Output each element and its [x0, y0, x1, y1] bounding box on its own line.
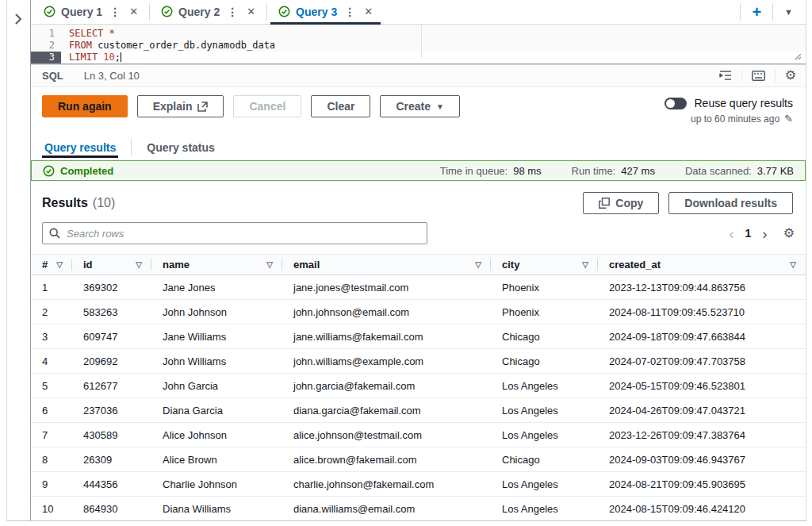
close-tab-icon[interactable]: ✕	[247, 6, 255, 17]
code-token: SELECT *	[69, 28, 115, 39]
athena-query-editor: Query 1⋮✕Query 2⋮✕Query 3⋮✕ + ▼ 1SELECT …	[0, 0, 812, 526]
query-stat: Data scanned:3.77 KB	[685, 165, 794, 177]
table-cell: 2023-12-26T09:09:47.383764	[598, 423, 806, 447]
code-text: LIMIT 10;	[61, 52, 121, 63]
divider	[740, 3, 741, 21]
close-tab-icon[interactable]: ✕	[129, 6, 138, 17]
code-text: FROM customer_order_db.dynamodb_data	[61, 40, 275, 52]
table-cell: 430589	[72, 423, 151, 447]
table-cell: 10	[31, 497, 72, 521]
column-header-id[interactable]: id▽	[72, 255, 151, 275]
clear-button[interactable]: Clear	[311, 95, 370, 117]
download-results-button[interactable]: Download results	[668, 192, 793, 214]
caret-down-icon: ▼	[436, 102, 444, 111]
query-stat: Run time:427 ms	[572, 165, 655, 177]
column-header-row-number[interactable]: #▽	[31, 255, 72, 275]
editor-line[interactable]: 3LIMIT 10;	[31, 52, 806, 64]
table-cell: 2024-07-02T09:09:47.703758	[598, 349, 806, 374]
create-button[interactable]: Create ▼	[380, 95, 460, 117]
table-cell: Alice Johnson	[151, 423, 282, 447]
table-cell: john.garcia@fakemail.com	[282, 374, 491, 398]
code-token: customer_order_db.dynamodb_data	[92, 40, 275, 51]
column-header-city[interactable]: city▽	[491, 255, 598, 275]
filter-icon[interactable]: ▽	[266, 260, 273, 269]
kebab-menu-icon[interactable]: ⋮	[109, 6, 121, 18]
edit-pencil-icon[interactable]: ✎	[784, 113, 793, 125]
table-preferences-gear-icon[interactable]: ⚙	[783, 227, 795, 240]
tab-list-dropdown-icon[interactable]: ▼	[784, 7, 793, 17]
line-number: 1	[31, 28, 61, 40]
column-header-label: id	[83, 259, 93, 271]
table-row: 9444356Charlie Johnsoncharlie.johnson@fa…	[31, 472, 806, 497]
next-page-icon[interactable]: ›	[762, 226, 767, 241]
editor-line[interactable]: 2FROM customer_order_db.dynamodb_data	[31, 40, 806, 52]
filter-icon[interactable]: ▽	[790, 260, 796, 269]
query-stat: Time in queue:98 ms	[440, 165, 542, 177]
editor-line[interactable]: 1SELECT *	[31, 28, 806, 40]
filter-icon[interactable]: ▽	[136, 260, 142, 269]
search-rows-input[interactable]	[42, 222, 427, 244]
code-token: LIMIT	[69, 52, 98, 63]
reuse-window-text: up to 60 minutes ago	[691, 113, 779, 125]
keyboard-icon	[752, 71, 765, 81]
run-again-button[interactable]: Run again	[42, 95, 128, 117]
current-page-number[interactable]: 1	[745, 227, 752, 240]
table-cell: 2024-09-03T09:09:46.943767	[598, 447, 806, 472]
table-cell: 8	[31, 447, 72, 472]
filter-icon[interactable]: ▽	[475, 260, 481, 269]
reuse-results-toggle[interactable]	[665, 98, 687, 109]
query-toolbar: Run again Explain Cancel Clear Create ▼	[31, 87, 806, 134]
query-tab-label: Query 1	[61, 6, 102, 18]
format-indent-icon	[719, 70, 732, 81]
cursor-position: Ln 3, Col 10	[84, 70, 140, 82]
code-token: ;	[115, 52, 121, 63]
table-cell: 4	[31, 349, 72, 374]
table-row: 826309Alice Brownalice.brown@fakemail.co…	[31, 447, 806, 472]
column-header-email[interactable]: email▽	[282, 255, 491, 275]
stat-value: 98 ms	[513, 165, 541, 177]
table-cell: Phoenix	[491, 275, 598, 300]
explain-button[interactable]: Explain	[137, 95, 224, 117]
table-cell: 369302	[72, 275, 151, 300]
keyboard-shortcuts-button[interactable]	[752, 71, 765, 81]
reuse-results-label: Reuse query results	[694, 97, 793, 109]
previous-page-icon[interactable]: ‹	[729, 226, 733, 241]
table-row: 1369302Jane Jonesjane.jones@testmail.com…	[31, 275, 806, 300]
table-cell: John Garcia	[151, 374, 282, 398]
close-tab-icon[interactable]: ✕	[364, 6, 373, 17]
table-cell: 6	[31, 398, 72, 423]
editor-resize-handle[interactable]	[794, 52, 802, 63]
query-tab[interactable]: Query 3⋮✕	[267, 0, 384, 24]
editor-settings-gear-icon[interactable]: ⚙	[785, 69, 796, 82]
filter-icon[interactable]: ▽	[582, 260, 588, 269]
table-cell: 2024-09-18T09:09:47.663844	[598, 324, 806, 349]
query-tab[interactable]: Query 2⋮✕	[150, 0, 266, 24]
expand-sidebar-button[interactable]	[11, 11, 27, 27]
kebab-menu-icon[interactable]: ⋮	[344, 6, 355, 18]
query-tab[interactable]: Query 1⋮✕	[33, 0, 149, 24]
sql-editor[interactable]: 1SELECT *2FROM customer_order_db.dynamod…	[31, 25, 806, 64]
stat-label: Data scanned:	[685, 165, 752, 177]
table-cell: 2024-08-15T09:09:46.424120	[598, 497, 806, 521]
table-cell: Los Angeles	[491, 423, 598, 447]
column-header-name[interactable]: name▽	[151, 255, 282, 275]
success-check-icon	[43, 165, 55, 177]
table-cell: 444356	[72, 472, 151, 497]
tab-query-results[interactable]: Query results	[42, 134, 118, 160]
table-cell: jane.jones@testmail.com	[282, 275, 491, 300]
divider	[772, 3, 773, 21]
column-header-created_at[interactable]: created_at▽	[598, 255, 806, 275]
kebab-menu-icon[interactable]: ⋮	[227, 6, 238, 18]
tab-query-status[interactable]: Query status	[144, 134, 217, 160]
filter-icon[interactable]: ▽	[56, 260, 63, 269]
cancel-button[interactable]: Cancel	[233, 95, 301, 117]
column-header-label: city	[502, 259, 519, 271]
format-query-button[interactable]	[719, 70, 732, 81]
table-cell: jane.williams@fakemail.com	[282, 324, 491, 349]
line-number: 2	[31, 40, 61, 52]
success-check-icon	[161, 6, 173, 17]
table-cell: john.williams@example.com	[282, 349, 491, 374]
copy-icon	[599, 198, 610, 209]
copy-button[interactable]: Copy	[583, 192, 659, 214]
add-query-tab-button[interactable]: +	[752, 4, 761, 20]
